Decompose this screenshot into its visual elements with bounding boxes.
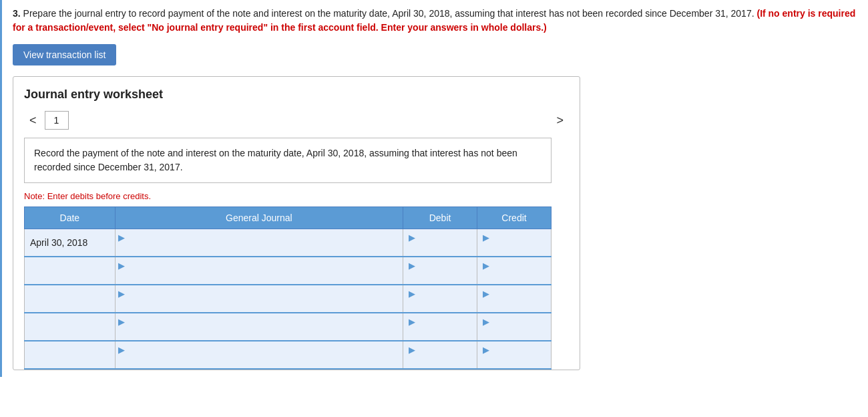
date-cell-3 <box>25 285 116 313</box>
debit-arrow-3: ▶ <box>409 289 415 299</box>
debit-arrow-4: ▶ <box>409 317 415 327</box>
table-row: ▶ ▶ ▶ <box>25 313 552 341</box>
question-plain-text: Prepare the journal entry to record paym… <box>23 8 754 19</box>
header-date: Date <box>25 207 116 229</box>
credit-arrow-2: ▶ <box>483 261 489 271</box>
table-header-row: Date General Journal Debit Credit <box>25 207 552 229</box>
date-cell-2 <box>25 257 116 285</box>
credit-input-2[interactable] <box>483 271 546 281</box>
gj-input-3[interactable] <box>118 299 397 309</box>
credit-arrow-5: ▶ <box>483 345 489 355</box>
nav-row: < 1 > <box>24 111 569 130</box>
gj-cell-2: ▶ <box>115 257 403 285</box>
credit-cell-3: ▶ <box>477 285 552 313</box>
gj-cell-5: ▶ <box>115 341 403 369</box>
gj-input-4[interactable] <box>118 327 397 337</box>
debit-cell-3: ▶ <box>403 285 477 313</box>
table-row: April 30, 2018 ▶ ▶ ▶ <box>25 229 552 257</box>
instruction-box: Record the payment of the note and inter… <box>24 138 552 183</box>
gj-cell-1: ▶ <box>115 229 403 257</box>
debit-input-4[interactable] <box>409 327 471 337</box>
next-page-button[interactable]: > <box>551 112 569 129</box>
credit-arrow-3: ▶ <box>483 289 489 299</box>
gj-cell-4: ▶ <box>115 313 403 341</box>
table-row: ▶ ▶ ▶ <box>25 257 552 285</box>
page-wrapper: 3. Prepare the journal entry to record p… <box>0 0 868 377</box>
arrow-indicator-5: ▶ <box>118 345 125 355</box>
view-transaction-list-button[interactable]: View transaction list <box>13 44 116 65</box>
table-row: ▶ ▶ ▶ <box>25 285 552 313</box>
debit-cell-5: ▶ <box>403 341 477 369</box>
gj-input-1[interactable] <box>118 243 397 253</box>
date-cell-4 <box>25 313 116 341</box>
credit-arrow-1: ▶ <box>483 233 489 243</box>
credit-input-5[interactable] <box>483 355 546 366</box>
arrow-indicator-1: ▶ <box>118 233 125 243</box>
date-value-1: April 30, 2018 <box>30 237 87 248</box>
table-body: April 30, 2018 ▶ ▶ ▶ <box>25 229 552 370</box>
credit-input-1[interactable] <box>483 243 546 253</box>
table-row: ▶ ▶ ▶ <box>25 341 552 369</box>
prev-page-button[interactable]: < <box>24 112 42 129</box>
page-number-box: 1 <box>45 111 69 130</box>
debit-arrow-1: ▶ <box>409 233 415 243</box>
journal-table: Date General Journal Debit Credit April … <box>24 206 552 370</box>
worksheet-title: Journal entry worksheet <box>24 88 569 102</box>
credit-cell-2: ▶ <box>477 257 552 285</box>
debit-cell-2: ▶ <box>403 257 477 285</box>
debit-arrow-2: ▶ <box>409 261 415 271</box>
debit-input-5[interactable] <box>409 355 471 366</box>
credit-input-4[interactable] <box>483 327 546 337</box>
credit-cell-4: ▶ <box>477 313 552 341</box>
instruction-text: Record the payment of the note and inter… <box>34 148 517 172</box>
gj-input-5[interactable] <box>118 355 397 366</box>
gj-cell-3: ▶ <box>115 285 403 313</box>
question-number: 3. <box>13 8 21 19</box>
arrow-indicator-2: ▶ <box>118 261 125 271</box>
debit-input-1[interactable] <box>409 243 471 253</box>
debit-arrow-5: ▶ <box>409 345 415 355</box>
journal-entry-worksheet: Journal entry worksheet < 1 > Record the… <box>13 76 580 370</box>
header-general-journal: General Journal <box>115 207 403 229</box>
header-debit: Debit <box>403 207 477 229</box>
credit-arrow-4: ▶ <box>483 317 489 327</box>
date-cell-5 <box>25 341 116 369</box>
credit-cell-1: ▶ <box>477 229 552 257</box>
debit-input-3[interactable] <box>409 299 471 309</box>
credit-input-3[interactable] <box>483 299 546 309</box>
date-cell-1: April 30, 2018 <box>25 229 116 257</box>
note-text: Note: Enter debits before credits. <box>24 191 569 201</box>
debit-cell-4: ▶ <box>403 313 477 341</box>
question-text: 3. Prepare the journal entry to record p… <box>13 7 857 35</box>
arrow-indicator-3: ▶ <box>118 289 125 299</box>
debit-cell-1: ▶ <box>403 229 477 257</box>
gj-input-2[interactable] <box>118 271 397 281</box>
debit-input-2[interactable] <box>409 271 471 281</box>
header-credit: Credit <box>477 207 552 229</box>
arrow-indicator-4: ▶ <box>118 317 125 327</box>
credit-cell-5: ▶ <box>477 341 552 369</box>
